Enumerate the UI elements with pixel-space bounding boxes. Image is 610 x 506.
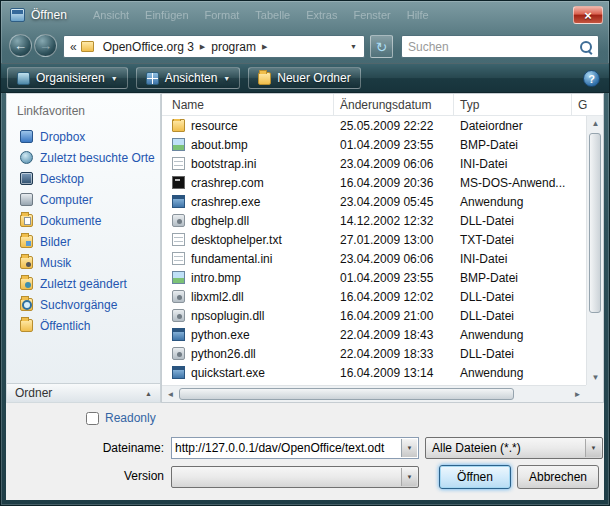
file-name-cell[interactable]: python26.dll: [162, 347, 334, 361]
file-date-cell: 27.01.2009 13:00: [334, 233, 454, 247]
file-date-cell: 22.04.2009 18:33: [334, 347, 454, 361]
scroll-up-icon[interactable]: ▲: [587, 116, 604, 131]
sidebar-item-icon: [20, 214, 33, 227]
sidebar-item[interactable]: Bilder: [7, 231, 160, 252]
sidebar-item[interactable]: Öffentlich: [7, 315, 160, 336]
column-header-name[interactable]: Name: [162, 94, 334, 115]
filename-combo[interactable]: ▼: [171, 437, 419, 459]
file-name-cell[interactable]: bootstrap.ini: [162, 157, 334, 171]
table-row[interactable]: desktophelper.txt 27.01.2009 13:00 TXT-D…: [162, 230, 586, 249]
filename-dropdown-button[interactable]: ▼: [401, 439, 417, 457]
sidebar-item[interactable]: Suchvorgänge: [7, 294, 160, 315]
refresh-button[interactable]: ↻: [370, 35, 393, 58]
breadcrumb-segment[interactable]: OpenOffice.org 3 ▶: [99, 38, 208, 56]
sidebar-item[interactable]: Dropbox: [7, 126, 160, 147]
table-row[interactable]: intro.bmp 01.04.2009 23:55 BMP-Datei: [162, 268, 586, 287]
table-row[interactable]: resource 25.05.2009 22:22 Dateiordner: [162, 116, 586, 135]
organize-button[interactable]: Organisieren ▼: [7, 67, 128, 89]
sidebar-item[interactable]: Computer: [7, 189, 160, 210]
vertical-scroll-thumb[interactable]: [589, 133, 601, 313]
file-name-cell[interactable]: fundamental.ini: [162, 252, 334, 266]
search-box[interactable]: [401, 35, 599, 58]
column-header-size[interactable]: G: [572, 94, 603, 115]
table-row[interactable]: python26.dll 22.04.2009 18:33 DLL-Datei: [162, 344, 586, 363]
table-row[interactable]: python.exe 22.04.2009 18:43 Anwendung: [162, 325, 586, 344]
file-type-icon: [172, 271, 185, 284]
cancel-button[interactable]: Abbrechen: [517, 465, 599, 489]
table-row[interactable]: npsoplugin.dll 16.04.2009 21:00 DLL-Date…: [162, 306, 586, 325]
file-type-icon: [172, 157, 185, 170]
readonly-label: Readonly: [105, 411, 156, 425]
sidebar-item-label: Suchvorgänge: [40, 298, 117, 312]
chevron-right-icon[interactable]: ▶: [198, 43, 207, 51]
sidebar-item[interactable]: Desktop: [7, 168, 160, 189]
file-name-text: desktophelper.txt: [191, 233, 282, 247]
scroll-left-icon[interactable]: ◄: [162, 386, 179, 403]
forward-button[interactable]: →: [34, 34, 57, 57]
search-input[interactable]: [402, 40, 578, 54]
help-button[interactable]: ?: [583, 70, 600, 87]
sidebar-item[interactable]: Zuletzt besuchte Orte: [7, 147, 160, 168]
file-name-cell[interactable]: resource: [162, 119, 334, 133]
horizontal-scrollbar[interactable]: ◄ ►: [162, 385, 586, 402]
file-name-cell[interactable]: quickstart.exe: [162, 366, 334, 380]
sidebar-item-icon: [20, 256, 33, 269]
file-name-cell[interactable]: about.bmp: [162, 138, 334, 152]
readonly-checkbox[interactable]: [86, 412, 99, 425]
breadcrumb-collapse[interactable]: «: [70, 40, 77, 54]
table-row[interactable]: dbghelp.dll 14.12.2002 12:32 DLL-Datei: [162, 211, 586, 230]
table-row[interactable]: crashrep.com 16.04.2009 20:36 MS-DOS-Anw…: [162, 173, 586, 192]
version-dropdown-button[interactable]: ▼: [401, 468, 417, 486]
breadcrumb[interactable]: « OpenOffice.org 3 ▶ program ▶ ▼: [63, 35, 365, 58]
sidebar-item[interactable]: Zuletzt geändert: [7, 273, 160, 294]
chevron-right-icon[interactable]: ▶: [260, 43, 269, 51]
back-button[interactable]: ←: [9, 34, 32, 57]
file-name-cell[interactable]: crashrep.exe: [162, 195, 334, 209]
close-button[interactable]: ×: [573, 6, 603, 24]
breadcrumb-segment-label[interactable]: OpenOffice.org 3: [99, 38, 198, 56]
table-row[interactable]: fundamental.ini 23.04.2009 06:06 INI-Dat…: [162, 249, 586, 268]
breadcrumb-segment[interactable]: program ▶: [207, 38, 269, 56]
new-folder-button[interactable]: Neuer Ordner: [248, 67, 360, 89]
file-name-cell[interactable]: intro.bmp: [162, 271, 334, 285]
scroll-right-icon[interactable]: ►: [569, 386, 586, 403]
sidebar-item[interactable]: Dokumente: [7, 210, 160, 231]
column-header-type[interactable]: Typ: [454, 94, 572, 115]
scroll-down-icon[interactable]: ▼: [587, 370, 604, 385]
titlebar[interactable]: Öffnen Ansicht Einfügen Format Tabelle E…: [1, 1, 609, 29]
folders-expander[interactable]: Ordner ▲: [7, 383, 160, 402]
background-menubar: Ansicht Einfügen Format Tabelle Extras F…: [93, 9, 429, 21]
filename-input[interactable]: [175, 439, 398, 457]
table-row[interactable]: libxml2.dll 16.04.2009 12:02 DLL-Datei: [162, 287, 586, 306]
file-name-cell[interactable]: desktophelper.txt: [162, 233, 334, 247]
file-type-cell: Anwendung: [454, 366, 572, 380]
filetype-value: Alle Dateien (*.*): [432, 441, 521, 455]
help-icon: ?: [588, 73, 595, 85]
sidebar-item[interactable]: Musik: [7, 252, 160, 273]
table-row[interactable]: crashrep.exe 23.04.2009 05:45 Anwendung: [162, 192, 586, 211]
breadcrumb-segment-label[interactable]: program: [207, 38, 260, 56]
table-row[interactable]: bootstrap.ini 23.04.2009 06:06 INI-Datei: [162, 154, 586, 173]
vertical-scrollbar[interactable]: ▲ ▼: [586, 116, 603, 385]
table-row[interactable]: quickstart.exe 16.04.2009 13:14 Anwendun…: [162, 363, 586, 382]
open-button[interactable]: Öffnen: [439, 465, 511, 489]
file-name-cell[interactable]: crashrep.com: [162, 176, 334, 190]
file-type-icon: [172, 138, 185, 151]
version-select[interactable]: ▼: [171, 466, 419, 488]
file-name-text: fundamental.ini: [191, 252, 272, 266]
file-name-cell[interactable]: python.exe: [162, 328, 334, 342]
search-icon[interactable]: [578, 39, 594, 55]
file-name-text: about.bmp: [191, 138, 248, 152]
file-name-cell[interactable]: npsoplugin.dll: [162, 309, 334, 323]
filetype-select[interactable]: Alle Dateien (*.*) ▼: [425, 437, 603, 459]
filetype-dropdown-button[interactable]: ▼: [585, 439, 601, 457]
file-name-cell[interactable]: dbghelp.dll: [162, 214, 334, 228]
breadcrumb-dropdown-icon[interactable]: ▼: [350, 43, 360, 50]
table-row[interactable]: about.bmp 01.04.2009 23:55 BMP-Datei: [162, 135, 586, 154]
file-date-cell: 23.04.2009 06:06: [334, 252, 454, 266]
horizontal-scroll-thumb[interactable]: [179, 388, 514, 400]
file-name-text: bootstrap.ini: [191, 157, 256, 171]
column-header-date[interactable]: Änderungsdatum: [334, 94, 454, 115]
file-name-cell[interactable]: libxml2.dll: [162, 290, 334, 304]
views-button[interactable]: Ansichten ▼: [136, 67, 241, 89]
